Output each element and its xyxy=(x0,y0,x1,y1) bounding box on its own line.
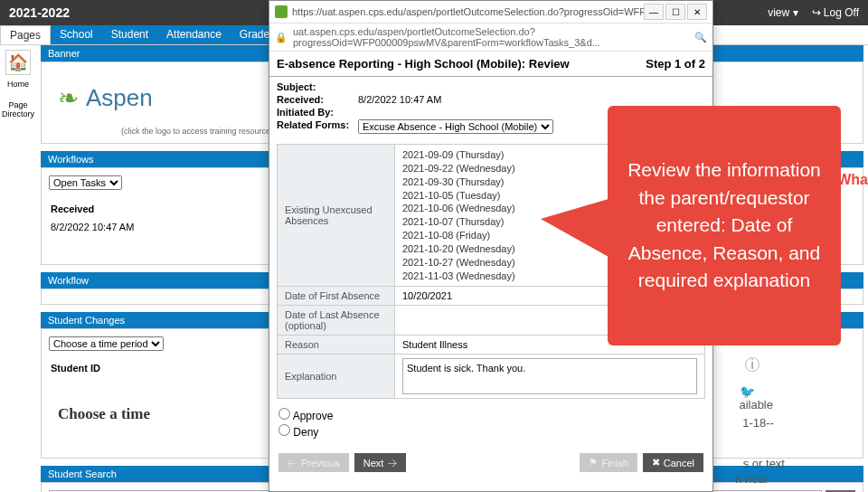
subject-label: Subject: xyxy=(277,81,358,92)
step-indicator: Step 1 of 2 xyxy=(646,57,705,71)
leaf-icon: ❧ xyxy=(58,83,79,113)
wha-text: Wha xyxy=(837,172,868,188)
url-text: uat.aspen.cps.edu/aspen/portletOutcomeSe… xyxy=(293,26,689,48)
last-absence-label: Date of Last Absence (optional) xyxy=(278,306,395,336)
minimize-button[interactable]: — xyxy=(644,4,664,20)
callout: Review the information the parent/reques… xyxy=(608,106,841,345)
rtxt3: s or text xyxy=(743,457,785,470)
maximize-button[interactable]: ☐ xyxy=(665,4,685,20)
pagedir-label[interactable]: Page Directory xyxy=(2,100,34,118)
existing-label: Existing Unexcused Absences xyxy=(278,145,395,287)
reason-label: Reason xyxy=(278,336,395,355)
first-absence-label: Date of First Absence xyxy=(278,287,395,306)
initiated-label: Initiated By: xyxy=(277,107,358,118)
left-nav: 🏠 Home Page Directory xyxy=(0,45,36,492)
lock-icon: 🔒 xyxy=(275,32,288,43)
received-value: 8/2/2022 10:47 AM xyxy=(358,94,441,105)
deny-radio[interactable]: Deny xyxy=(278,424,703,439)
zoom-icon[interactable]: 🔍 xyxy=(694,32,707,43)
callout-tail xyxy=(541,199,609,257)
forms-select[interactable]: Excuse Absence - High School (Mobile) xyxy=(358,119,553,134)
popup-heading: E-absence Reporting - High School (Mobil… xyxy=(277,57,570,71)
tab-student[interactable]: Student xyxy=(102,25,157,44)
window-icon xyxy=(275,5,288,18)
rtxt1: ailable xyxy=(739,398,773,412)
view-menu[interactable]: view ▾ xyxy=(768,6,797,19)
window-title: https://uat.aspen.cps.edu/aspen/portletO… xyxy=(292,6,644,17)
col-received: Received xyxy=(51,201,291,217)
home-icon[interactable]: 🏠 xyxy=(5,50,31,75)
approve-radio[interactable]: Approve xyxy=(278,408,703,422)
received-label: Received: xyxy=(277,94,358,105)
rtxt4: n near xyxy=(735,472,769,486)
finish-button[interactable]: ⚑ Finish xyxy=(580,453,637,472)
info-icon[interactable]: i xyxy=(745,357,760,372)
tab-attendance[interactable]: Attendance xyxy=(157,25,231,44)
workflow-select[interactable]: Open Tasks xyxy=(49,175,122,190)
close-button[interactable]: ✕ xyxy=(687,4,707,20)
home-label: Home xyxy=(7,80,29,89)
explanation-label: Explanation xyxy=(278,355,395,399)
cancel-button[interactable]: ✖ Cancel xyxy=(643,453,703,472)
previous-button[interactable]: 🡠 Previous xyxy=(278,453,349,472)
twitter-icon[interactable]: 🐦 xyxy=(740,384,755,399)
timeperiod-select[interactable]: Choose a time period xyxy=(49,336,164,351)
explanation-textarea[interactable]: Student is sick. Thank you. xyxy=(402,358,697,394)
tab-school[interactable]: School xyxy=(51,25,102,44)
next-button[interactable]: Next 🡢 xyxy=(354,453,407,472)
rtxt2: 1-18-- xyxy=(742,416,774,430)
tab-pages[interactable]: Pages xyxy=(0,25,51,44)
logoff-link[interactable]: ↪ Log Off xyxy=(812,6,859,19)
year: 2021-2022 xyxy=(9,5,70,20)
forms-label: Related Forms: xyxy=(277,119,358,134)
